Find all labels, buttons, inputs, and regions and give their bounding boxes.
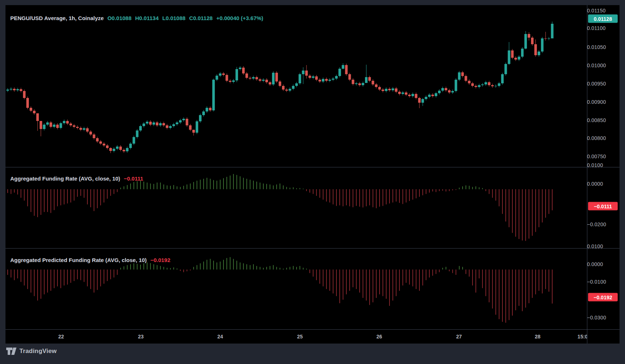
ohlc-values: O0.01088H0.01134L0.01088C0.01128+0.00040… xyxy=(108,15,263,21)
axis-label: 0.0000 xyxy=(587,181,603,187)
funding-value: −0.0111 xyxy=(124,175,143,182)
axis-label: −0.0200 xyxy=(587,221,606,227)
axis-label: 0.01000 xyxy=(587,62,606,68)
price-axis[interactable]: 0.011500.011000.010500.010000.009500.009… xyxy=(582,0,614,338)
symbol-legend[interactable]: PENGU/USD Average, 1h, Coinalyze O0.0108… xyxy=(10,15,263,21)
ohlc-value: C0.01128 xyxy=(189,15,212,21)
ohlc-value: O0.01088 xyxy=(108,15,132,21)
ohlc-value: L0.01088 xyxy=(162,15,185,21)
symbol-title: PENGU/USD Average, 1h, Coinalyze xyxy=(10,15,104,21)
predicted-funding-legend[interactable]: Aggregated Predicted Funding Rate (AVG, … xyxy=(10,257,170,263)
chart-canvas[interactable] xyxy=(5,5,620,344)
axis-label: 0.00850 xyxy=(587,117,606,123)
time-axis-label: 25 xyxy=(297,334,303,340)
tradingview-brand-text: TradingView xyxy=(19,348,57,355)
ohlc-value: H0.01134 xyxy=(135,15,159,21)
predicted-funding-title: Aggregated Predicted Funding Rate (AVG, … xyxy=(10,257,147,263)
funding-legend[interactable]: Aggregated Funding Rate (AVG, close, 10)… xyxy=(10,175,143,182)
axis-label: 0.0100 xyxy=(587,243,603,249)
chart-area[interactable]: PENGU/USD Average, 1h, Coinalyze O0.0108… xyxy=(5,5,620,344)
time-axis[interactable]: 2223242526272815:00 xyxy=(5,329,587,344)
axis-label: 0.01100 xyxy=(587,25,606,31)
last-price-badge: 0.01128 xyxy=(588,15,618,23)
funding-value-badge: −0.0111 xyxy=(588,202,618,211)
axis-label: 0.0000 xyxy=(587,261,603,267)
time-axis-label: 22 xyxy=(58,334,64,340)
axis-label: 0.00800 xyxy=(587,135,606,141)
tradingview-logo-icon xyxy=(6,347,16,356)
time-axis-label: 23 xyxy=(138,334,144,340)
predicted-value-badge: −0.0192 xyxy=(588,293,618,302)
axis-label: 0.00750 xyxy=(587,153,606,159)
ohlc-value: +0.00040 (+3.67%) xyxy=(216,15,263,21)
axis-label: 0.01050 xyxy=(587,44,606,50)
time-axis-label: 27 xyxy=(456,334,462,340)
predicted-funding-value: −0.0192 xyxy=(150,257,170,263)
funding-title: Aggregated Funding Rate (AVG, close, 10) xyxy=(10,175,120,182)
axis-label: −0.0100 xyxy=(587,279,606,285)
axis-label: 0.00900 xyxy=(587,99,606,105)
axis-label: 0.0100 xyxy=(587,162,603,168)
tradingview-attribution[interactable]: TradingView xyxy=(6,347,57,356)
time-axis-label: 28 xyxy=(535,334,541,340)
time-axis-label: 24 xyxy=(217,334,223,340)
axis-label: −0.0300 xyxy=(587,315,606,321)
time-axis-label: 26 xyxy=(376,334,382,340)
axis-label: 0.00950 xyxy=(587,81,606,87)
axis-label: 0.01150 xyxy=(587,8,606,14)
chart-page: PENGU/USD Average, 1h, Coinalyze O0.0108… xyxy=(0,0,625,364)
